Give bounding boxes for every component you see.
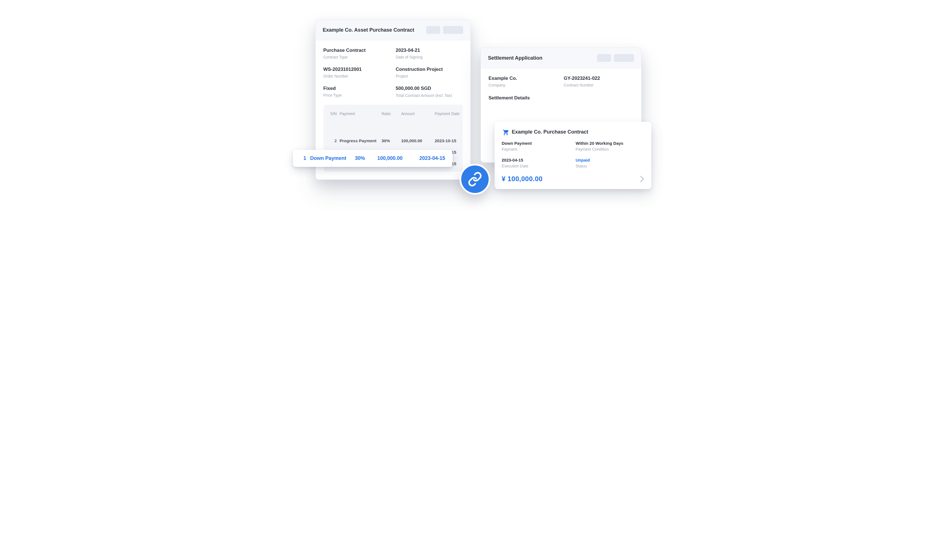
settlement-header-actions <box>597 54 634 62</box>
field-project: Construction Project Project <box>396 67 463 78</box>
field-payment: Down Payment Payment <box>502 141 570 151</box>
col-sn: S/N <box>327 111 340 116</box>
settlement-card-header: Settlement Application <box>481 48 641 68</box>
amount-row[interactable]: ¥ 100,000.00 <box>502 175 644 183</box>
detail-card-header: Example Co. Purchase Contract <box>502 129 644 135</box>
contract-title: Example Co. Asset Purchase Contract <box>323 27 414 33</box>
action-button-3[interactable] <box>597 54 611 62</box>
field-date-signing: 2023-04-21 Date of Signing <box>396 48 463 59</box>
col-payment: Payment <box>340 111 382 116</box>
settlement-title: Settlement Application <box>488 55 543 61</box>
field-execution-date: 2023-04-15 Execution Date <box>502 158 570 168</box>
settlement-amount: ¥ 100,000.00 <box>502 175 543 183</box>
contract-header-actions <box>426 26 463 34</box>
contract-card-header: Example Co. Asset Purchase Contract <box>315 20 470 40</box>
action-button-2[interactable] <box>443 26 463 34</box>
table-row-highlighted[interactable]: 1 Down Payment 30% 100,000.00 2023-04-15 <box>293 150 452 167</box>
chevron-right-icon <box>640 176 644 182</box>
field-payment-condition: Within 20 Working Days Payment Condition <box>576 141 644 151</box>
field-status: Unpaid Status <box>576 158 644 168</box>
table-header-row: S/N Payment Ratio Amount Payment Date <box>323 108 463 119</box>
col-amount: Amount <box>401 111 435 116</box>
field-total-amount: 500,000.00 SGD Total Contract Amount (in… <box>396 86 463 98</box>
settlement-details-heading: Settlement Details <box>489 95 633 101</box>
field-order-number: WS-20231012001 Order Number <box>323 67 391 78</box>
field-contract-type: Purchase Contract Contract Type <box>323 48 391 59</box>
settlement-detail-card[interactable]: Example Co. Purchase Contract Down Payme… <box>495 122 651 189</box>
cart-icon <box>502 129 509 135</box>
field-company: Example Co. Company <box>489 75 558 88</box>
detail-card-title: Example Co. Purchase Contract <box>512 129 588 135</box>
action-button-4[interactable] <box>614 54 634 62</box>
link-icon <box>460 164 490 195</box>
action-button-1[interactable] <box>426 26 440 34</box>
field-price-type: Fixed Price Type <box>323 86 391 98</box>
table-row[interactable]: 2 Progress Payment 30% 100,000.00 2023-1… <box>323 135 463 146</box>
col-date: Payment Date <box>435 111 466 116</box>
col-ratio: Ratio <box>382 111 401 116</box>
field-contract-number: GY-2023241-022 Contract Number <box>564 75 633 88</box>
